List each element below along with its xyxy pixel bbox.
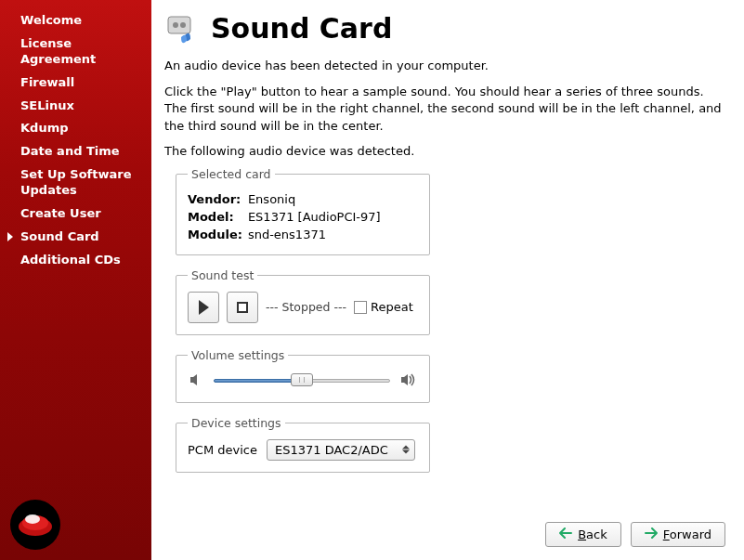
back-button[interactable]: Back bbox=[545, 522, 621, 547]
svg-rect-4 bbox=[168, 17, 190, 33]
sidebar-item-updates[interactable]: Set Up Software Updates bbox=[0, 163, 151, 202]
sound-test-legend: Sound test bbox=[188, 268, 257, 282]
sidebar-item-create-user[interactable]: Create User bbox=[0, 202, 151, 226]
play-icon bbox=[199, 300, 209, 315]
vendor-row: Vendor: Ensoniq bbox=[188, 190, 386, 208]
sidebar-item-license[interactable]: License Agreement bbox=[0, 33, 151, 72]
sidebar-item-selinux[interactable]: SELinux bbox=[0, 95, 151, 118]
model-value: ES1371 [AudioPCI-97] bbox=[248, 208, 386, 226]
main-content: Sound Card An audio device has been dete… bbox=[151, 0, 744, 560]
device-legend: Device settings bbox=[188, 416, 285, 430]
speaker-high-icon bbox=[399, 371, 418, 391]
selected-card-legend: Selected card bbox=[188, 167, 275, 181]
stop-icon bbox=[237, 302, 248, 313]
intro-following: The following audio device was detected. bbox=[164, 144, 725, 158]
sidebar-item-kdump[interactable]: Kdump bbox=[0, 117, 151, 140]
intro-instructions: Click the "Play" button to hear a sample… bbox=[164, 84, 725, 135]
model-label: Model: bbox=[188, 208, 248, 226]
arrow-right-icon bbox=[645, 527, 658, 541]
volume-legend: Volume settings bbox=[188, 348, 288, 362]
page-header: Sound Card bbox=[164, 9, 725, 46]
page-title: Sound Card bbox=[211, 12, 392, 45]
back-label: Back bbox=[578, 527, 607, 541]
sound-test-status: --- Stopped --- bbox=[266, 300, 346, 314]
svg-point-5 bbox=[173, 22, 178, 28]
repeat-label: Repeat bbox=[371, 300, 413, 314]
svg-point-3 bbox=[25, 514, 40, 524]
intro-detected: An audio device has been detected in you… bbox=[164, 58, 725, 74]
sound-card-icon bbox=[164, 9, 202, 46]
device-group: Device settings PCM device ES1371 DAC2/A… bbox=[176, 416, 430, 473]
sidebar-item-date-time[interactable]: Date and Time bbox=[0, 140, 151, 163]
speaker-low-icon bbox=[188, 371, 204, 391]
forward-label: Forward bbox=[663, 527, 711, 541]
module-value: snd-ens1371 bbox=[248, 226, 386, 243]
sidebar-item-additional-cds[interactable]: Additional CDs bbox=[0, 249, 151, 272]
slider-fill bbox=[214, 379, 302, 383]
stop-button[interactable] bbox=[227, 292, 258, 323]
arrow-left-icon bbox=[559, 527, 572, 541]
sidebar-item-firewall[interactable]: Firewall bbox=[0, 72, 151, 95]
repeat-checkbox[interactable]: Repeat bbox=[354, 300, 413, 314]
forward-button[interactable]: Forward bbox=[631, 522, 725, 547]
sidebar-item-sound-card[interactable]: Sound Card bbox=[0, 226, 151, 249]
module-row: Module: snd-ens1371 bbox=[188, 226, 386, 243]
sidebar: Welcome License Agreement Firewall SELin… bbox=[0, 0, 151, 560]
volume-slider[interactable] bbox=[214, 372, 390, 389]
sound-test-group: Sound test --- Stopped --- Repeat bbox=[176, 268, 430, 335]
volume-group: Volume settings bbox=[176, 348, 430, 403]
vendor-label: Vendor: bbox=[188, 190, 248, 208]
selected-card-group: Selected card Vendor: Ensoniq Model: ES1… bbox=[176, 167, 430, 255]
redhat-logo-icon bbox=[9, 499, 61, 551]
footer-nav: Back Forward bbox=[545, 522, 725, 547]
pcm-device-select[interactable]: ES1371 DAC2/ADC bbox=[267, 439, 415, 461]
slider-thumb[interactable] bbox=[291, 373, 313, 386]
play-button[interactable] bbox=[188, 292, 219, 323]
pcm-device-label: PCM device bbox=[188, 443, 257, 457]
module-label: Module: bbox=[188, 226, 248, 243]
spinner-arrows-icon bbox=[402, 446, 410, 454]
pcm-device-value: ES1371 DAC2/ADC bbox=[275, 443, 388, 457]
sidebar-item-welcome[interactable]: Welcome bbox=[0, 9, 151, 33]
vendor-value: Ensoniq bbox=[248, 190, 386, 208]
svg-point-6 bbox=[180, 22, 186, 28]
checkbox-icon bbox=[354, 301, 367, 314]
model-row: Model: ES1371 [AudioPCI-97] bbox=[188, 208, 386, 226]
